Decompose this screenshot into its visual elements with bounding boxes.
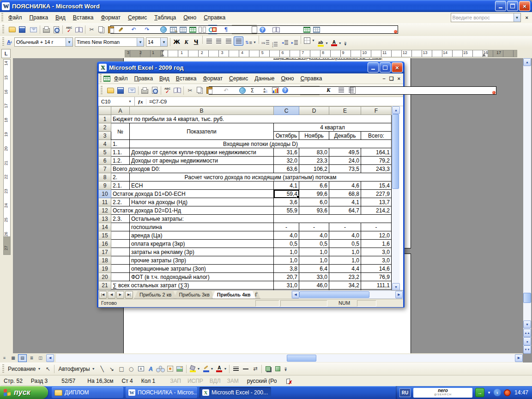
- cell-value[interactable]: 4,0: [274, 231, 299, 240]
- excel-titlebar[interactable]: X Microsoft Excel - 2009 год ×: [97, 61, 405, 73]
- cell-value[interactable]: 227,9: [361, 190, 392, 198]
- excel-vertical-scrollbar[interactable]: ▲ ▼: [392, 106, 399, 290]
- status-flag-зам[interactable]: ЗАМ: [227, 378, 239, 384]
- sheet-tab-Прибыль 3кв[interactable]: Прибыль 3кв: [174, 291, 214, 299]
- cell-b20[interactable]: ФОТ (в т.ч. подоходный налог): [130, 273, 274, 281]
- cell-value[interactable]: -: [299, 223, 329, 231]
- cell-b18[interactable]: прочие затраты (Зпр): [130, 256, 274, 265]
- cut-icon[interactable]: ✂: [186, 87, 194, 94]
- line-style-icon[interactable]: [232, 365, 240, 373]
- cell-value[interactable]: -: [274, 223, 299, 231]
- cell-value[interactable]: 1,0: [274, 248, 299, 256]
- columns-icon[interactable]: [199, 26, 206, 33]
- search-go-icon[interactable]: →: [475, 388, 484, 397]
- scroll-up-icon[interactable]: ▲: [523, 58, 531, 66]
- formula-text[interactable]: =C7-C9: [146, 99, 167, 104]
- view-normal-button[interactable]: ≡: [0, 355, 8, 362]
- grid-scroll-left-icon[interactable]: ◀: [292, 291, 299, 298]
- open-icon[interactable]: [107, 87, 115, 94]
- cell-month-header[interactable]: Всего:: [361, 132, 392, 140]
- previous-page-icon[interactable]: ▲▲: [523, 329, 531, 337]
- cell-quarter-header[interactable]: 4 квартал: [274, 123, 392, 132]
- cell-value[interactable]: 46,0: [299, 281, 329, 290]
- cell-title[interactable]: Бюджет по прибыли за 4 квартал, тыс. руб…: [111, 115, 392, 123]
- namebox-dropdown-icon[interactable]: ▼: [128, 100, 134, 103]
- paste-icon[interactable]: [107, 26, 115, 33]
- save-icon[interactable]: [18, 26, 26, 33]
- column-header-E[interactable]: E: [329, 107, 361, 115]
- cell-value[interactable]: -: [361, 223, 392, 231]
- cell-b11[interactable]: Налог на доходы (Нд): [130, 198, 274, 206]
- cell-label22[interactable]: Чистый доход D3=(D2-∑З): [111, 290, 274, 290]
- print-icon[interactable]: [42, 26, 50, 33]
- search-options-icon[interactable]: ▼: [487, 391, 491, 395]
- format-painter-icon[interactable]: [117, 26, 125, 33]
- row-header-5[interactable]: 5: [99, 148, 111, 157]
- align-left-icon[interactable]: [338, 87, 345, 94]
- insert-excel-icon[interactable]: [189, 26, 197, 33]
- tables-borders-icon[interactable]: [169, 26, 177, 33]
- workbook-restore-icon[interactable]: ❏: [389, 76, 394, 82]
- row-header-12[interactable]: 12: [99, 206, 111, 215]
- sort-descending-icon[interactable]: [262, 87, 270, 94]
- word-minimize-button[interactable]: [495, 1, 506, 11]
- help-icon[interactable]: [281, 87, 289, 94]
- column-header-A[interactable]: A: [111, 107, 130, 115]
- hyperlink-icon[interactable]: [160, 26, 168, 33]
- row-header-19[interactable]: 19: [99, 265, 111, 273]
- row-header-8[interactable]: 8: [99, 173, 111, 181]
- row-header-1[interactable]: 1: [99, 115, 111, 123]
- email-icon[interactable]: [30, 26, 37, 33]
- grid-scroll-right-icon[interactable]: ▶: [395, 291, 403, 298]
- cell-value[interactable]: 4,1: [329, 198, 361, 206]
- copy-icon[interactable]: [196, 87, 204, 94]
- cell-value[interactable]: 64,7: [329, 206, 361, 215]
- cell-value[interactable]: 33,0: [299, 273, 329, 281]
- column-header-C[interactable]: C: [274, 107, 299, 115]
- spelling-icon[interactable]: [163, 87, 171, 94]
- cell-value[interactable]: 1,0: [299, 248, 329, 256]
- status-language[interactable]: русский (Ро: [247, 378, 277, 384]
- insert-table-icon[interactable]: [179, 26, 187, 33]
- arrow-style-icon[interactable]: [251, 365, 259, 373]
- excel-menu-сервис[interactable]: Сервис: [226, 74, 251, 83]
- underline-button[interactable]: Ч: [192, 38, 200, 46]
- name-box[interactable]: C10 ▼: [98, 97, 135, 106]
- cell-month-header[interactable]: Ноябрь: [299, 132, 329, 140]
- font-dropdown-icon[interactable]: ▼: [137, 38, 144, 46]
- line-color-icon[interactable]: [202, 365, 210, 373]
- excel-horizontal-scrollbar[interactable]: ◀ ▶: [291, 290, 403, 299]
- excel-menu-формат[interactable]: Формат: [200, 74, 226, 83]
- row-header-15[interactable]: 15: [99, 231, 111, 240]
- taskbar-button-1[interactable]: ДИПЛОМ: [52, 387, 123, 398]
- cell-b16[interactable]: оплата кредита (Зкр): [130, 240, 274, 248]
- cell-a11[interactable]: 2.2.: [111, 198, 130, 206]
- cell-value[interactable]: 4,1: [274, 181, 299, 190]
- cell-value[interactable]: 111,1: [361, 281, 392, 290]
- excel-hscroll-thumb[interactable]: [299, 291, 369, 298]
- word-hscroll-thumb[interactable]: [287, 355, 316, 362]
- cell-a14[interactable]: [111, 223, 130, 231]
- tray-app-icon[interactable]: [504, 389, 511, 396]
- autoshapes-menu-button[interactable]: Автофигуры▼: [56, 364, 97, 374]
- align-center-icon[interactable]: [215, 37, 223, 45]
- research-icon[interactable]: [75, 26, 83, 33]
- view-outline-button[interactable]: ≣: [28, 355, 36, 362]
- hide-icons-icon[interactable]: ‹: [494, 389, 501, 396]
- row-header-10[interactable]: 10: [99, 190, 111, 198]
- select-all-corner[interactable]: [99, 107, 111, 115]
- word-menu-вид[interactable]: Вид: [52, 12, 69, 23]
- cell-a4[interactable]: 1.: [111, 140, 130, 148]
- font-color-icon[interactable]: [330, 39, 338, 47]
- line-spacing-icon[interactable]: [245, 39, 253, 46]
- taskbar-button-2[interactable]: WПОЯСНИЛКА - Micros...: [126, 387, 197, 398]
- first-sheet-icon[interactable]: |◀: [99, 291, 107, 299]
- cell-value[interactable]: 12,0: [361, 231, 392, 240]
- word-menu-таблица[interactable]: Таблица: [151, 12, 180, 23]
- cell-value[interactable]: 20,7: [274, 273, 299, 281]
- spreadsheet-grid[interactable]: ABCDEF1Бюджет по прибыли за 4 квартал, т…: [98, 106, 403, 290]
- cell-value[interactable]: 68,8: [329, 190, 361, 198]
- grid-scroll-down-icon[interactable]: ▼: [392, 283, 400, 290]
- rectangle-icon[interactable]: □: [118, 365, 126, 373]
- style-dropdown-icon[interactable]: ▼: [66, 38, 73, 46]
